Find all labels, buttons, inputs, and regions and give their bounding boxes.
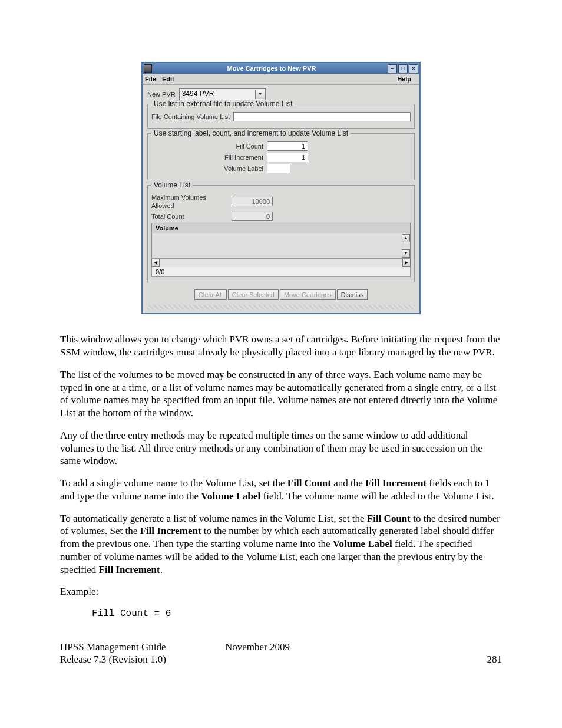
footer-date: November 2009: [225, 641, 390, 654]
volume-listbox[interactable]: Volume ▲ ▼: [151, 223, 411, 258]
group-fill-legend: Use starting label, count, and increment…: [151, 129, 351, 138]
scroll-up-icon[interactable]: ▲: [402, 234, 410, 242]
fill-count-input[interactable]: [267, 141, 308, 151]
example-code: Fill Count = 6: [92, 608, 502, 620]
example-label: Example:: [60, 585, 502, 598]
menu-bar: File Edit Help: [143, 74, 419, 85]
menu-edit[interactable]: Edit: [162, 75, 174, 83]
resize-grip[interactable]: [147, 305, 415, 309]
footer-guide: HPSS Management Guide: [60, 641, 225, 654]
scroll-down-icon[interactable]: ▼: [402, 249, 410, 258]
window-icon: [144, 64, 152, 73]
group-volume-list: Volume List Maximum Volumes Allowed Tota…: [147, 185, 415, 282]
minimize-icon[interactable]: –: [388, 64, 397, 73]
clear-all-button[interactable]: Clear All: [194, 289, 227, 300]
fill-count-label: Fill Count: [151, 142, 267, 150]
move-cartridges-button[interactable]: Move Cartridges: [280, 289, 336, 300]
scroll-left-icon[interactable]: ◀: [151, 259, 160, 267]
fill-increment-input[interactable]: [267, 153, 308, 162]
chevron-down-icon[interactable]: ▼: [255, 90, 265, 99]
file-containing-input[interactable]: [233, 112, 411, 121]
group-external-file-legend: Use list in external file to update Volu…: [151, 100, 295, 108]
close-icon[interactable]: ×: [409, 64, 418, 73]
file-containing-label: File Containing Volume List: [151, 113, 233, 121]
group-external-file: Use list in external file to update Volu…: [147, 104, 415, 129]
fill-increment-label: Fill Increment: [151, 153, 267, 162]
max-volumes-label: Maximum Volumes Allowed: [151, 193, 232, 210]
list-counter: 0/0: [151, 267, 411, 277]
footer-release: Release 7.3 (Revision 1.0): [60, 653, 225, 666]
menu-help[interactable]: Help: [397, 75, 411, 83]
paragraph: To automatically generate a list of volu…: [60, 512, 502, 577]
group-volume-list-legend: Volume List: [151, 181, 193, 190]
clear-selected-button[interactable]: Clear Selected: [228, 289, 279, 300]
page-footer: HPSS Management Guide November 2009 Rele…: [60, 641, 502, 667]
volume-column-header: Volume: [152, 223, 410, 233]
paragraph: Any of the three entry methods may be re…: [60, 429, 502, 467]
dialog-window: Move Cartridges to New PVR – □ × File Ed…: [141, 62, 421, 314]
maximize-icon[interactable]: □: [398, 64, 408, 73]
window-title: Move Cartridges to New PVR: [156, 64, 388, 73]
title-bar: Move Cartridges to New PVR – □ ×: [143, 63, 419, 74]
menu-file[interactable]: File: [145, 75, 156, 83]
new-pvr-value: 3494 PVR: [180, 90, 255, 98]
scroll-right-icon[interactable]: ▶: [402, 259, 411, 267]
page-number: 281: [390, 653, 502, 666]
new-pvr-label: New PVR: [147, 90, 176, 98]
paragraph: The list of the volumes to be moved may …: [60, 368, 502, 420]
max-volumes-value: [232, 197, 273, 206]
dismiss-button[interactable]: Dismiss: [337, 289, 368, 300]
paragraph: This window allows you to change which P…: [60, 333, 502, 359]
volume-label-input[interactable]: [267, 164, 290, 173]
total-count-label: Total Count: [151, 212, 232, 220]
volume-label-label: Volume Label: [151, 164, 267, 173]
paragraph: To add a single volume name to the Volum…: [60, 477, 502, 503]
total-count-value: [232, 212, 273, 221]
new-pvr-select[interactable]: 3494 PVR ▼: [179, 88, 266, 100]
group-fill: Use starting label, count, and increment…: [147, 133, 415, 180]
